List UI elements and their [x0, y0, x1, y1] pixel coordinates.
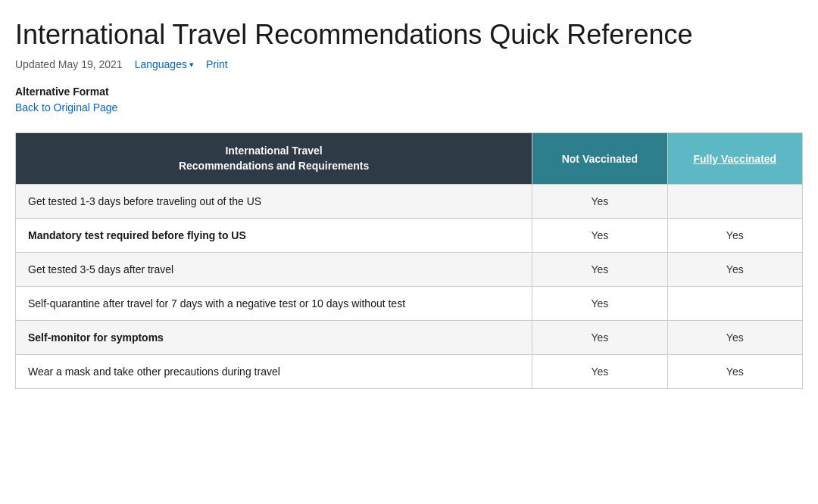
- page-title: International Travel Recommendations Qui…: [15, 18, 803, 51]
- print-link[interactable]: Print: [206, 58, 228, 70]
- alt-format-label: Alternative Format: [15, 86, 803, 98]
- table-row: Self-quarantine after travel for 7 days …: [16, 287, 803, 321]
- row-label: Wear a mask and take other precautions d…: [16, 355, 532, 389]
- row-fully-vaccinated: Yes: [667, 219, 802, 253]
- header-main-line2: Recommendations and Requirements: [179, 160, 369, 172]
- recommendations-table: International Travel Recommendations and…: [15, 132, 803, 389]
- table-row: Get tested 1-3 days before traveling out…: [16, 185, 803, 219]
- table-header-main: International Travel Recommendations and…: [16, 133, 532, 185]
- row-label: Get tested 1-3 days before traveling out…: [16, 185, 532, 219]
- table-body: Get tested 1-3 days before traveling out…: [16, 185, 803, 389]
- languages-button[interactable]: Languages: [135, 58, 194, 70]
- table-header-fully-vaccinated: Fully Vaccinated: [667, 133, 802, 185]
- table-header-not-vaccinated: Not Vaccinated: [532, 133, 667, 185]
- row-not-vaccinated: Yes: [532, 287, 667, 321]
- row-label: Get tested 3-5 days after travel: [16, 253, 532, 287]
- row-fully-vaccinated: [667, 287, 802, 321]
- row-not-vaccinated: Yes: [532, 185, 667, 219]
- row-label: Self-quarantine after travel for 7 days …: [16, 287, 532, 321]
- row-not-vaccinated: Yes: [532, 219, 667, 253]
- row-label: Self-monitor for symptoms: [16, 321, 532, 355]
- table-header-row: International Travel Recommendations and…: [16, 133, 803, 185]
- row-label: Mandatory test required before flying to…: [16, 219, 532, 253]
- row-fully-vaccinated: [667, 185, 802, 219]
- back-to-original-link[interactable]: Back to Original Page: [15, 101, 117, 114]
- row-not-vaccinated: Yes: [532, 321, 667, 355]
- table-row: Wear a mask and take other precautions d…: [16, 355, 803, 389]
- row-not-vaccinated: Yes: [532, 355, 667, 389]
- table-row: Mandatory test required before flying to…: [16, 219, 803, 253]
- updated-date: Updated May 19, 2021: [15, 58, 123, 70]
- row-fully-vaccinated: Yes: [667, 321, 802, 355]
- alt-format-section: Alternative Format Back to Original Page: [15, 86, 803, 114]
- row-fully-vaccinated: Yes: [667, 355, 802, 389]
- table-row: Get tested 3-5 days after travelYesYes: [16, 253, 803, 287]
- row-fully-vaccinated: Yes: [667, 253, 802, 287]
- meta-row: Updated May 19, 2021 Languages Print: [15, 58, 803, 70]
- table-row: Self-monitor for symptomsYesYes: [16, 321, 803, 355]
- header-main-line1: International Travel: [225, 145, 322, 157]
- row-not-vaccinated: Yes: [532, 253, 667, 287]
